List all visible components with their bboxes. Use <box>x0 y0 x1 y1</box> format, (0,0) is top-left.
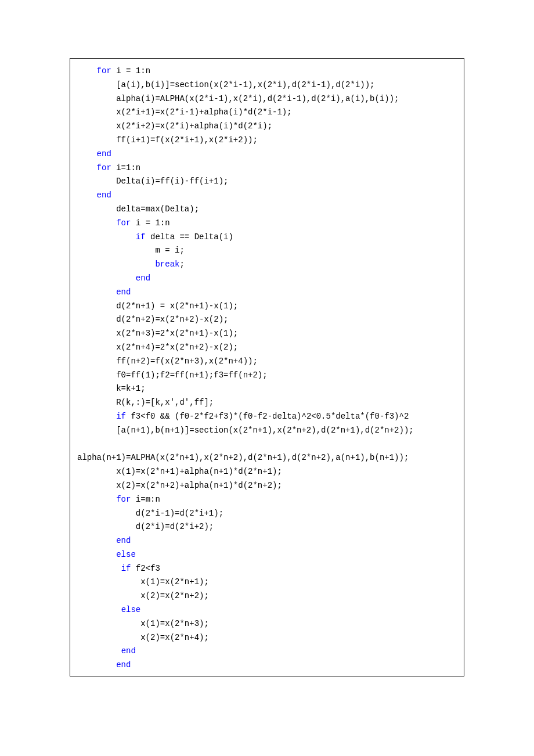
code-line: break; <box>77 258 457 272</box>
keyword: end <box>116 660 131 669</box>
code-line: d(2*i)=d(2*i+2); <box>77 520 457 534</box>
keyword: end <box>116 536 131 545</box>
keyword: if <box>121 564 136 573</box>
code-line: if delta == Delta(i) <box>77 231 457 244</box>
code-line: [a(i),b(i)]=section(x(2*i-1),x(2*i),d(2*… <box>77 78 457 92</box>
code-line: k=k+1; <box>77 382 457 396</box>
keyword: if <box>116 412 131 421</box>
code-line: x(2*i+1)=x(2*i-1)+alpha(i)*d(2*i-1); <box>77 106 457 120</box>
code-line: for i = 1:n <box>77 217 457 231</box>
code-line: alpha(i)=ALPHA(x(2*i-1),x(2*i),d(2*i-1),… <box>77 92 457 106</box>
keyword: end <box>136 273 150 283</box>
code-line: x(2)=x(2*n+2)+alpha(n+1)*d(2*n+2); <box>77 479 457 493</box>
code-line: x(1)=x(2*n+1); <box>77 575 457 589</box>
code-line: end <box>77 534 457 548</box>
keyword: break <box>155 260 179 269</box>
code-line: x(1)=x(2*n+3); <box>77 617 457 631</box>
code-line: alpha(n+1)=ALPHA(x(2*n+1),x(2*n+2),d(2*n… <box>77 451 457 465</box>
keyword: for <box>116 495 136 504</box>
code-line: ff(i+1)=f(x(2*i+1),x(2*i+2)); <box>77 134 457 147</box>
code-line: x(2*n+4)=2*x(2*n+2)-x(2); <box>77 341 457 355</box>
code-line: Delta(i)=ff(i)-ff(i+1); <box>77 175 457 189</box>
code-line: end <box>77 189 457 203</box>
code-line: ff(n+2)=f(x(2*n+3),x(2*n+4)); <box>77 355 457 369</box>
code-block: for i = 1:n [a(i),b(i)]=section(x(2*i-1)… <box>70 58 464 676</box>
code-line: x(1)=x(2*n+1)+alpha(n+1)*d(2*n+1); <box>77 465 457 479</box>
keyword: else <box>116 550 136 559</box>
code-line: for i = 1:n <box>77 64 457 78</box>
code-line: for i=m:n <box>77 493 457 507</box>
code-line: end <box>77 658 457 672</box>
code-line: else <box>77 548 457 562</box>
code-line <box>77 438 457 452</box>
keyword: if <box>136 232 150 242</box>
code-line: if f3<f0 && (f0-2*f2+f3)*(f0-f2-delta)^2… <box>77 410 457 424</box>
code-line: m = i; <box>77 244 457 258</box>
code-line: f0=ff(1);f2=ff(n+1);f3=ff(n+2); <box>77 369 457 383</box>
code-line: x(2)=x(2*n+2); <box>77 589 457 603</box>
keyword: end <box>121 646 136 656</box>
code-line: else <box>77 603 457 617</box>
code-line: d(2*n+2)=x(2*n+2)-x(2); <box>77 313 457 327</box>
keyword: for <box>97 66 117 75</box>
keyword: else <box>121 605 141 614</box>
keyword: end <box>116 287 131 297</box>
page: for i = 1:n [a(i),b(i)]=section(x(2*i-1)… <box>0 0 534 756</box>
keyword: end <box>97 190 111 200</box>
code-line: d(2*i-1)=d(2*i+1); <box>77 507 457 521</box>
keyword: end <box>97 149 111 159</box>
code-line: end <box>77 147 457 161</box>
code-line: x(2*n+3)=2*x(2*n+1)-x(1); <box>77 327 457 341</box>
code-line: R(k,:)=[k,x',d',ff]; <box>77 396 457 410</box>
code-line: x(2)=x(2*n+4); <box>77 631 457 645</box>
code-line: end <box>77 272 457 286</box>
code-line: end <box>77 645 457 658</box>
code-line: for i=1:n <box>77 161 457 175</box>
code-line: delta=max(Delta); <box>77 203 457 217</box>
code-line: d(2*n+1) = x(2*n+1)-x(1); <box>77 300 457 314</box>
keyword: for <box>97 163 117 172</box>
code-line: if f2<f3 <box>77 562 457 576</box>
keyword: for <box>116 218 136 228</box>
code-line: end <box>77 286 457 300</box>
code-line: [a(n+1),b(n+1)]=section(x(2*n+1),x(2*n+2… <box>77 424 457 438</box>
code-line: x(2*i+2)=x(2*i)+alpha(i)*d(2*i); <box>77 120 457 134</box>
